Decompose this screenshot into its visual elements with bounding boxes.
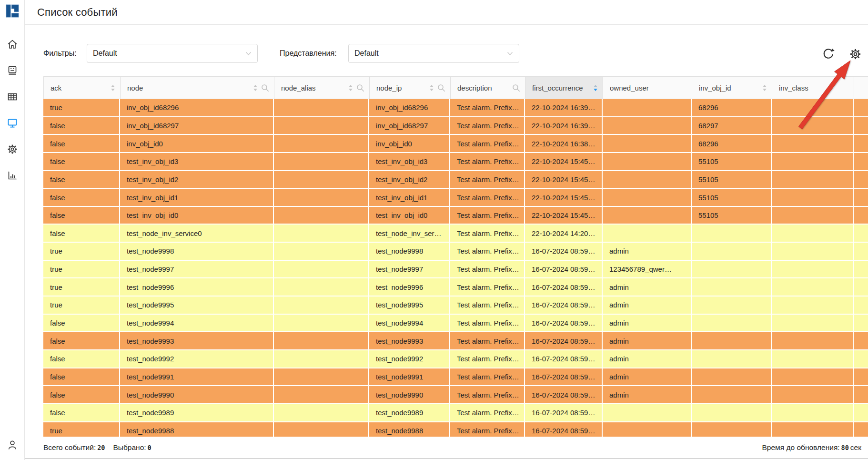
- cell-node: test_node9993: [120, 332, 274, 350]
- cell-node: test_node9996: [120, 278, 274, 296]
- cell-ack: false: [43, 404, 120, 422]
- cell-owned_user: admin: [603, 278, 692, 296]
- cell-node: test_node9997: [120, 261, 274, 279]
- cell-first_occurrence: 16-07-2024 08:59…: [525, 278, 603, 296]
- table-row[interactable]: falsetest_node9991test_node9991Test alar…: [43, 368, 868, 387]
- table-row[interactable]: falsetest_node9990test_node9990Test alar…: [43, 386, 868, 404]
- chevron-down-icon: [245, 51, 252, 56]
- cell-inv_class: [772, 243, 854, 261]
- sidebar-item-settings[interactable]: [3, 140, 22, 159]
- user-profile-button[interactable]: [3, 435, 22, 454]
- table-row[interactable]: truetest_node9997test_node9997Test alarm…: [43, 261, 868, 279]
- table-row[interactable]: trueinv_obj_id68296inv_obj_id68296Test a…: [43, 99, 868, 117]
- search-icon[interactable]: [512, 84, 520, 92]
- column-label: owned_user: [610, 84, 684, 92]
- cell-inv_class: [772, 278, 854, 296]
- table-row[interactable]: falsetest_inv_obj_id1test_inv_obj_id1Tes…: [43, 189, 868, 207]
- cell-owned_user: [603, 153, 692, 171]
- cell-_overflow: [854, 296, 868, 315]
- cell-node_ip: test_inv_obj_id2: [369, 171, 450, 189]
- filters-select[interactable]: Default: [87, 44, 258, 63]
- table-row[interactable]: falsetest_inv_obj_id0test_inv_obj_id0Tes…: [43, 207, 868, 225]
- views-select[interactable]: Default: [348, 44, 519, 63]
- sort-icon[interactable]: [762, 84, 767, 92]
- cell-first_occurrence: 16-07-2024 08:59…: [525, 296, 603, 315]
- settings-button[interactable]: [847, 46, 863, 62]
- column-header-node_alias[interactable]: node_alias: [274, 77, 370, 99]
- table-row[interactable]: falseinv_obj_id0inv_obj_id0Test alarm. P…: [43, 135, 868, 153]
- cell-node: test_node9995: [120, 296, 274, 315]
- cell-owned_user: admin: [603, 350, 692, 368]
- column-header-inv_obj_id[interactable]: inv_obj_id: [692, 77, 772, 99]
- table-row[interactable]: truetest_node9996test_node9996Test alarm…: [43, 278, 868, 296]
- table-row[interactable]: falsetest_node9989test_node9989Test alar…: [43, 404, 868, 422]
- cell-node: test_inv_obj_id3: [120, 153, 274, 171]
- sidebar-item-events-active[interactable]: [3, 113, 22, 133]
- sort-icon[interactable]: [593, 84, 598, 92]
- cell-node_alias: [274, 99, 369, 117]
- column-header-_overflow[interactable]: [854, 77, 868, 99]
- app-logo[interactable]: [5, 4, 20, 18]
- table-row[interactable]: truetest_node9995test_node9995Test alarm…: [43, 296, 868, 315]
- cell-inv_class: [772, 171, 854, 189]
- gear-icon: [7, 143, 18, 155]
- search-icon[interactable]: [261, 84, 269, 92]
- sort-icon[interactable]: [429, 84, 434, 92]
- cell-inv_class: [772, 207, 854, 225]
- sidebar-item-reports[interactable]: [3, 166, 22, 185]
- cell-inv_obj_id: 55105: [692, 171, 772, 189]
- table-row[interactable]: falsetest_node_inv_service0test_node_inv…: [43, 225, 868, 243]
- cell-node: test_node9988: [120, 422, 274, 437]
- sort-icon[interactable]: [111, 84, 115, 92]
- cell-node_alias: [274, 315, 369, 333]
- cell-owned_user: admin: [603, 386, 692, 404]
- cell-description: Test alarm. Prefix…: [450, 261, 525, 279]
- table-row[interactable]: falsetest_inv_obj_id3test_inv_obj_id3Tes…: [43, 153, 868, 171]
- column-header-owned_user[interactable]: owned_user: [603, 77, 692, 99]
- table-row[interactable]: falsetest_node9993test_node9993Test alar…: [43, 332, 868, 350]
- cell-first_occurrence: 16-07-2024 08:59…: [525, 404, 603, 422]
- cell-node_alias: [274, 332, 369, 350]
- search-icon[interactable]: [437, 84, 445, 92]
- table-row[interactable]: falsetest_node9994test_node9994Test alar…: [43, 315, 868, 333]
- events-table: acknodenode_aliasnode_ipdescriptionfirst…: [43, 76, 868, 437]
- app-logo-icon: [5, 4, 20, 18]
- cell-description: Test alarm. Prefix…: [450, 171, 525, 189]
- sidebar-item-tables[interactable]: [3, 87, 22, 106]
- column-header-node_ip[interactable]: node_ip: [370, 77, 451, 99]
- cell-inv_obj_id: [692, 332, 772, 350]
- cell-ack: false: [43, 315, 120, 333]
- cell-inv_obj_id: [692, 404, 772, 422]
- refresh-icon: [822, 47, 835, 60]
- cell-node_ip: test_inv_obj_id1: [369, 189, 450, 207]
- cell-node: inv_obj_id68297: [120, 117, 274, 135]
- search-icon[interactable]: [356, 84, 364, 92]
- table-row[interactable]: falsetest_node9992test_node9992Test alar…: [43, 350, 868, 368]
- sidebar: [0, 0, 25, 460]
- cell-node_ip: test_inv_obj_id0: [369, 207, 450, 225]
- cell-first_occurrence: 22-10-2024 16:38…: [525, 135, 603, 153]
- table-row[interactable]: truetest_node9998test_node9998Test alarm…: [43, 243, 868, 261]
- refresh-button[interactable]: [820, 45, 837, 61]
- cell-node_ip: test_node9995: [369, 296, 450, 315]
- column-header-first_occurrence[interactable]: first_occurrence: [525, 77, 603, 99]
- column-header-node[interactable]: node: [121, 77, 274, 99]
- table-row[interactable]: falsetest_inv_obj_id2test_inv_obj_id2Tes…: [43, 171, 868, 189]
- cell-inv_class: [772, 261, 854, 279]
- cell-description: Test alarm. Prefix…: [450, 99, 525, 117]
- table-row[interactable]: falseinv_obj_id68297inv_obj_id68297Test …: [43, 117, 868, 135]
- sidebar-item-agents[interactable]: [3, 61, 22, 80]
- sort-icon[interactable]: [253, 84, 258, 92]
- sidebar-item-home[interactable]: [3, 35, 22, 54]
- column-header-description[interactable]: description: [451, 77, 525, 99]
- total-events-value: 20: [96, 444, 106, 451]
- cell-node: test_node9990: [120, 386, 274, 404]
- column-header-ack[interactable]: ack: [44, 77, 121, 99]
- table-row[interactable]: truetest_node9988test_node9988Test alarm…: [43, 422, 868, 437]
- column-header-inv_class[interactable]: inv_class: [772, 77, 854, 99]
- column-label: node: [127, 84, 250, 92]
- cell-node_ip: inv_obj_id68297: [369, 117, 450, 135]
- cell-ack: true: [43, 422, 120, 437]
- sort-icon[interactable]: [348, 84, 353, 92]
- cell-inv_obj_id: [692, 278, 772, 296]
